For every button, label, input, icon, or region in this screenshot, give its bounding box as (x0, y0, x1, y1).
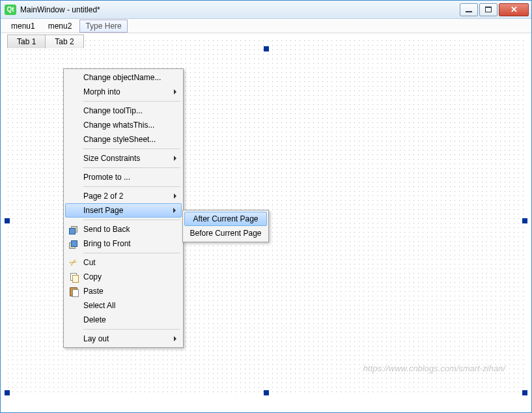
menu-menu1[interactable]: menu1 (5, 20, 42, 32)
maximize-icon (485, 7, 492, 12)
window-controls: ✕ (458, 3, 529, 16)
cm-change-objectname[interactable]: Change objectName... (65, 70, 182, 85)
cm-label: Select All (83, 301, 115, 310)
cm-insert-page[interactable]: Insert Page (65, 203, 182, 218)
cm-label: Lay out (83, 334, 109, 343)
sm-after-current-page[interactable]: After Current Page (184, 212, 267, 226)
cm-separator (83, 186, 180, 187)
cm-label: Paste (83, 287, 104, 296)
cm-separator (83, 253, 180, 253)
resize-handle-right[interactable] (522, 218, 527, 223)
cm-label: Morph into (83, 87, 120, 96)
cm-label: Cut (83, 258, 96, 267)
resize-handle-bottom-right[interactable] (522, 390, 527, 395)
cm-separator (83, 149, 180, 149)
submenu-arrow-icon (174, 156, 176, 161)
titlebar: Qt MainWindow - untitled* ✕ (1, 1, 531, 19)
menu-type-here[interactable]: Type Here (79, 20, 127, 33)
minimize-button[interactable] (460, 3, 478, 16)
main-window: Qt MainWindow - untitled* ✕ menu1 menu2 … (0, 0, 532, 413)
cut-icon: ✂ (66, 255, 81, 270)
cm-send-to-back[interactable]: Send to Back (65, 222, 182, 236)
qt-logo-icon: Qt (5, 5, 16, 15)
close-button[interactable]: ✕ (499, 3, 529, 16)
designer-canvas[interactable]: Tab 1 Tab 2 Change objectName... Morph i… (1, 33, 531, 412)
tab-2[interactable]: Tab 2 (45, 35, 83, 48)
cm-copy[interactable]: Copy (65, 270, 182, 284)
bring-to-front-icon (68, 238, 79, 249)
tab-1[interactable]: Tab 1 (7, 35, 46, 48)
cm-size-constraints[interactable]: Size Constraints (65, 151, 182, 165)
cm-separator (83, 329, 180, 330)
cm-label: Change toolTip... (83, 106, 143, 115)
cm-label: Bring to Front (83, 239, 131, 248)
cm-page-2-of-2[interactable]: Page 2 of 2 (65, 189, 182, 203)
copy-icon (68, 272, 79, 282)
submenu-arrow-icon (173, 208, 176, 213)
cm-label: Page 2 of 2 (83, 192, 123, 201)
sm-label: Before Current Page (189, 229, 261, 238)
cm-delete[interactable]: Delete (65, 313, 182, 327)
paste-icon (68, 286, 79, 296)
cm-label: Insert Page (83, 206, 123, 215)
sm-before-current-page[interactable]: Before Current Page (184, 226, 267, 240)
resize-handle-left[interactable] (5, 218, 10, 223)
sm-label: After Current Page (193, 214, 258, 223)
resize-handle-bottom-left[interactable] (5, 390, 10, 395)
cm-label: Promote to ... (83, 173, 130, 182)
menu-bar: menu1 menu2 Type Here (1, 19, 531, 33)
cm-label: Change styleSheet... (83, 135, 156, 144)
cm-separator (83, 220, 180, 220)
cm-label: Size Constraints (83, 154, 140, 163)
cm-change-tooltip[interactable]: Change toolTip... (65, 104, 182, 118)
maximize-button[interactable] (479, 3, 497, 16)
cm-lay-out[interactable]: Lay out (65, 332, 182, 346)
cm-paste[interactable]: Paste (65, 284, 182, 298)
cm-separator (83, 167, 180, 168)
resize-handle-top[interactable] (264, 46, 269, 51)
cm-bring-to-front[interactable]: Bring to Front (65, 236, 182, 251)
cm-separator (83, 101, 180, 102)
send-to-back-icon (68, 224, 79, 235)
cm-label: Change objectName... (83, 73, 161, 82)
submenu-arrow-icon (174, 193, 176, 199)
minimize-icon (466, 11, 472, 12)
cm-change-stylesheet[interactable]: Change styleSheet... (65, 132, 182, 147)
cm-label: Send to Back (83, 225, 130, 234)
resize-handle-bottom[interactable] (264, 390, 269, 395)
cm-select-all[interactable]: Select All (65, 298, 182, 313)
close-icon: ✕ (511, 5, 518, 14)
cm-change-whatsthis[interactable]: Change whatsThis... (65, 118, 182, 132)
watermark-text: https://www.cnblogs.com/smart-zihan/ (363, 363, 505, 373)
cm-morph-into[interactable]: Morph into (65, 85, 182, 99)
submenu-arrow-icon (174, 89, 176, 94)
insert-page-submenu: After Current Page Before Current Page (182, 210, 269, 242)
menu-menu2[interactable]: menu2 (42, 20, 79, 32)
submenu-arrow-icon (174, 336, 176, 341)
cm-label: Delete (83, 315, 106, 324)
context-menu: Change objectName... Morph into Change t… (63, 68, 184, 348)
cm-promote-to[interactable]: Promote to ... (65, 170, 182, 184)
cm-cut[interactable]: ✂Cut (65, 255, 182, 270)
cm-label: Change whatsThis... (83, 121, 154, 130)
window-title: MainWindow - untitled* (20, 5, 458, 14)
cm-label: Copy (83, 272, 102, 281)
